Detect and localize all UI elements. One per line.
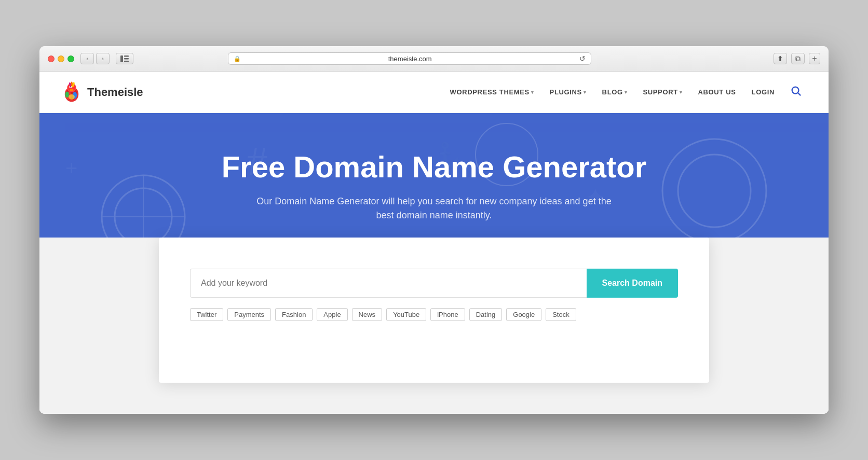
nav-wordpress-themes-label: WORDPRESS THEMES bbox=[450, 88, 530, 96]
nav-plugins[interactable]: PLUGINS ▾ bbox=[544, 84, 593, 100]
nav-blog-label: BLOG bbox=[602, 88, 623, 96]
chevron-down-icon: ▾ bbox=[531, 90, 534, 95]
keyword-tag-twitter[interactable]: Twitter bbox=[190, 308, 223, 321]
keyword-tag-google[interactable]: Google bbox=[506, 308, 541, 321]
svg-point-19 bbox=[792, 87, 799, 93]
close-button[interactable] bbox=[48, 55, 55, 62]
keyword-tag-stock[interactable]: Stock bbox=[546, 308, 576, 321]
toolbar-right: ⬆ ⧉ + bbox=[774, 53, 820, 64]
nav-about-us-label: ABOUT US bbox=[698, 88, 736, 96]
logo-text: Themeisle bbox=[87, 86, 143, 99]
window-button[interactable]: ⧉ bbox=[791, 53, 805, 64]
main-nav: WORDPRESS THEMES ▾ PLUGINS ▾ BLOG ▾ SUPP… bbox=[444, 81, 808, 104]
lock-icon: 🔒 bbox=[234, 55, 241, 62]
keyword-tag-apple[interactable]: Apple bbox=[317, 308, 347, 321]
svg-point-18 bbox=[69, 94, 75, 99]
hero-subtitle: Our Domain Name Generator will help you … bbox=[252, 194, 616, 222]
search-domain-button[interactable]: Search Domain bbox=[587, 269, 678, 298]
back-button[interactable]: ‹ bbox=[80, 53, 94, 64]
logo-icon bbox=[60, 81, 83, 104]
chevron-down-icon: ▾ bbox=[625, 90, 628, 95]
chevron-down-icon: ▾ bbox=[584, 90, 587, 95]
reload-button[interactable]: ↺ bbox=[579, 54, 586, 63]
nav-wordpress-themes[interactable]: WORDPRESS THEMES ▾ bbox=[444, 84, 540, 100]
keyword-tag-payments[interactable]: Payments bbox=[227, 308, 271, 321]
add-tab-button[interactable]: + bbox=[809, 53, 820, 64]
forward-button[interactable]: › bbox=[96, 53, 110, 64]
svg-rect-2 bbox=[124, 58, 129, 60]
nav-about-us[interactable]: ABOUT US bbox=[691, 84, 742, 100]
keyword-input[interactable] bbox=[190, 269, 587, 298]
site-header: Themeisle WORDPRESS THEMES ▾ PLUGINS ▾ B… bbox=[39, 72, 829, 113]
keyword-tag-dating[interactable]: Dating bbox=[469, 308, 503, 321]
website: Themeisle WORDPRESS THEMES ▾ PLUGINS ▾ B… bbox=[39, 72, 829, 414]
nav-plugins-label: PLUGINS bbox=[550, 88, 582, 96]
nav-support-label: SUPPORT bbox=[643, 88, 677, 96]
maximize-button[interactable] bbox=[67, 55, 74, 62]
keyword-tag-fashion[interactable]: Fashion bbox=[275, 308, 313, 321]
chevron-down-icon: ▾ bbox=[680, 90, 683, 95]
traffic-lights bbox=[48, 55, 74, 62]
keyword-tag-news[interactable]: News bbox=[352, 308, 383, 321]
nav-support[interactable]: SUPPORT ▾ bbox=[636, 84, 688, 100]
svg-rect-3 bbox=[124, 61, 129, 62]
nav-login-label: LOGIN bbox=[752, 88, 775, 96]
search-icon-button[interactable] bbox=[784, 81, 808, 104]
search-section: Search Domain Twitter Payments Fashion A… bbox=[39, 238, 829, 414]
svg-point-11 bbox=[70, 89, 73, 91]
sidebar-button[interactable] bbox=[116, 53, 133, 64]
keyword-tag-youtube[interactable]: YouTube bbox=[386, 308, 426, 321]
svg-point-8 bbox=[65, 91, 69, 97]
url-text: themeisle.com bbox=[244, 55, 576, 63]
share-button[interactable]: ⬆ bbox=[774, 53, 787, 64]
logo[interactable]: Themeisle bbox=[60, 81, 143, 104]
hero-title: Free Domain Name Generator bbox=[60, 149, 808, 184]
nav-blog[interactable]: BLOG ▾ bbox=[596, 84, 634, 100]
nav-login[interactable]: LOGIN bbox=[745, 84, 781, 100]
svg-line-20 bbox=[798, 93, 801, 95]
svg-rect-1 bbox=[124, 55, 129, 57]
browser-titlebar: ‹ › 🔒 themeisle.com ↺ ⬆ ⧉ + bbox=[39, 46, 829, 72]
keyword-tags: Twitter Payments Fashion Apple News YouT… bbox=[190, 308, 678, 321]
address-bar[interactable]: 🔒 themeisle.com ↺ bbox=[228, 52, 591, 65]
svg-rect-0 bbox=[120, 55, 123, 62]
browser-window: ‹ › 🔒 themeisle.com ↺ ⬆ ⧉ + bbox=[39, 46, 829, 414]
keyword-tag-iphone[interactable]: iPhone bbox=[430, 308, 465, 321]
nav-buttons: ‹ › bbox=[80, 53, 110, 64]
minimize-button[interactable] bbox=[58, 55, 64, 62]
search-input-row: Search Domain bbox=[190, 269, 678, 298]
svg-point-22 bbox=[115, 188, 172, 245]
search-card: Search Domain Twitter Payments Fashion A… bbox=[159, 238, 709, 383]
